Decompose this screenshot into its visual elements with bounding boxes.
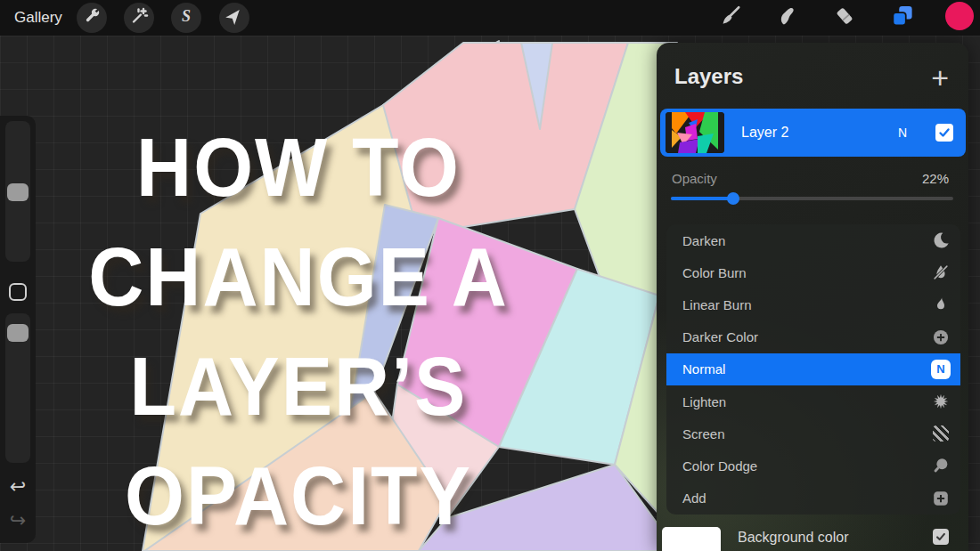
smudge-button[interactable] — [772, 3, 803, 33]
brush-opacity-handle[interactable] — [7, 324, 29, 342]
redo-icon[interactable]: ↪ — [0, 509, 36, 532]
background-color-label: Background color — [738, 530, 849, 546]
plus-square-icon — [930, 488, 951, 509]
hatch-icon — [930, 423, 951, 444]
opacity-slider[interactable] — [671, 197, 953, 200]
blend-mode-linear-burn[interactable]: Linear Burn — [666, 288, 960, 320]
title-line-2: CHANGE A — [49, 222, 548, 331]
blend-mode-darken[interactable]: Darken — [666, 224, 960, 256]
panel-title: Layers — [674, 64, 743, 89]
selection-button[interactable]: S — [171, 3, 201, 33]
layer-thumbnail — [666, 112, 724, 153]
layer-row-layer2[interactable]: Layer 2 N — [660, 109, 966, 157]
layer-blend-badge[interactable]: N — [898, 109, 907, 157]
blend-mode-color-dodge[interactable]: Color Dodge — [666, 450, 960, 482]
check-icon — [937, 126, 951, 140]
modify-button[interactable] — [9, 283, 27, 301]
brush-button[interactable] — [715, 3, 746, 33]
svg-text:S: S — [182, 7, 191, 25]
top-toolbar: Gallery S — [0, 0, 980, 36]
blend-mode-lighten[interactable]: Lighten — [666, 385, 960, 417]
blend-mode-color-burn[interactable]: Color Burn — [666, 256, 960, 288]
burn-slash-icon — [930, 262, 951, 283]
layer-visibility-checkbox[interactable] — [935, 124, 953, 142]
dodge-icon — [930, 455, 951, 476]
layer-name: Layer 2 — [741, 109, 788, 157]
gallery-button[interactable]: Gallery — [14, 0, 62, 36]
eraser-button[interactable] — [829, 3, 860, 33]
actions-button[interactable] — [77, 3, 107, 33]
blend-mode-screen[interactable]: Screen — [666, 417, 960, 450]
color-swatch-icon — [944, 1, 975, 35]
layers-panel: Layers + Layer 2 N Opacity — [657, 43, 968, 551]
smudge-finger-icon — [776, 4, 799, 31]
magic-wand-icon — [128, 5, 150, 30]
layers-button[interactable] — [887, 3, 918, 33]
adjustments-button[interactable] — [124, 3, 154, 33]
title-line-3: LAYER’S — [49, 331, 548, 441]
blend-label: Add — [682, 490, 706, 506]
color-button[interactable] — [944, 3, 975, 33]
title-line-4: OPACITY — [49, 441, 548, 550]
opacity-label: Opacity — [672, 171, 717, 186]
add-layer-button[interactable]: + — [931, 62, 949, 93]
sunburst-icon — [930, 391, 951, 412]
background-color-row[interactable]: Background color — [657, 521, 968, 551]
transform-arrow-icon — [224, 5, 245, 30]
blend-label: Lighten — [682, 394, 726, 409]
blend-label: Color Burn — [682, 265, 747, 280]
undo-icon[interactable]: ↩ — [0, 475, 36, 498]
blend-mode-list: Darken Color Burn Linear Burn — [666, 224, 960, 515]
eraser-icon — [833, 4, 856, 31]
brush-icon — [719, 4, 742, 31]
flame-icon — [930, 294, 951, 315]
blend-label: Darken — [682, 233, 725, 248]
layers-icon — [889, 3, 916, 33]
transform-button[interactable] — [219, 3, 249, 33]
blend-label: Linear Burn — [682, 297, 752, 312]
blend-label: Color Dodge — [682, 458, 757, 474]
blend-mode-darker-color[interactable]: Darker Color — [666, 321, 960, 353]
selection-s-icon: S — [176, 5, 197, 30]
canvas-title: HOW TO CHANGE A LAYER’S OPACITY — [49, 112, 548, 550]
blend-mode-add[interactable]: Add — [666, 482, 960, 515]
background-visibility-checkbox[interactable] — [933, 529, 949, 545]
background-color-swatch[interactable] — [662, 527, 721, 551]
moon-icon — [930, 230, 951, 251]
wrench-icon — [81, 5, 102, 30]
blend-label: Screen — [682, 426, 725, 442]
brush-size-handle[interactable] — [7, 183, 29, 201]
opacity-value: 22% — [922, 171, 949, 186]
side-toolbar: ↩ ↪ — [0, 116, 36, 543]
n-badge-icon: N — [930, 359, 951, 380]
title-line-1: HOW TO — [49, 112, 548, 222]
plus-circle-icon — [930, 327, 951, 348]
opacity-slider-thumb[interactable] — [727, 192, 739, 205]
check-icon — [935, 531, 947, 543]
blend-mode-normal[interactable]: Normal N — [666, 353, 960, 385]
opacity-slider-fill — [671, 197, 733, 200]
blend-label: Normal — [682, 361, 725, 377]
blend-label: Darker Color — [682, 329, 758, 344]
